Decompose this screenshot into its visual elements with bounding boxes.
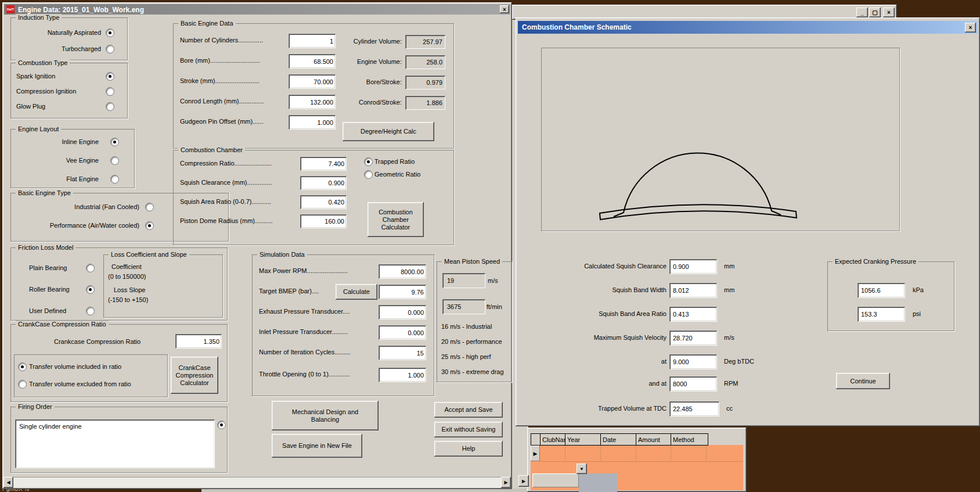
radio-label: Roller Bearing — [29, 286, 70, 293]
piston-dome-radius-input[interactable] — [300, 214, 347, 228]
firing-order-list[interactable]: Single cylinder engine — [15, 419, 215, 468]
field-label: Trapped Volume at TDC — [550, 405, 666, 412]
help-button[interactable]: Help — [434, 441, 503, 457]
squish-clearance-input[interactable] — [300, 176, 347, 190]
radio-transfer-included[interactable] — [18, 362, 27, 371]
squish-area-ratio-input[interactable] — [300, 195, 347, 209]
continue-button[interactable]: Continue — [836, 373, 890, 389]
radio-flat-engine[interactable] — [110, 175, 119, 184]
group-title: Friction Loss Model — [16, 244, 75, 252]
exhaust-transducer-input[interactable] — [379, 305, 426, 319]
table-header-date[interactable]: Date — [600, 433, 638, 446]
engine-window-titlebar[interactable]: Da2T Engine Data: 2015_01_Wob_Work.eng × — [4, 4, 510, 15]
combustion-chamber-calculator-button[interactable]: Combustion Chamber Calculator — [368, 202, 424, 237]
target-bmep-input[interactable] — [379, 285, 426, 299]
radio-turbocharged[interactable] — [106, 45, 114, 53]
row-selector-arrow-icon: ▶ — [534, 451, 538, 457]
close-icon[interactable]: × — [500, 5, 509, 13]
window-title: Combustion Chamber Schematic — [522, 23, 632, 31]
iteration-cycles-input[interactable] — [379, 346, 426, 360]
scroll-down-icon[interactable]: ▼ — [577, 464, 587, 474]
maximize-icon[interactable]: ▢ — [869, 8, 881, 17]
group-title: Engine Layout — [16, 125, 61, 133]
group-title: Simulation Data — [257, 251, 307, 258]
scroll-left-icon[interactable]: ◀ — [3, 477, 13, 488]
field-label: Exhaust Pressure Transducer.... — [259, 308, 350, 315]
radio-user-defined[interactable] — [86, 307, 95, 315]
field-label: Compression Ratio..................... — [180, 160, 272, 167]
radio-glow-plug[interactable] — [106, 102, 114, 111]
radio-label: Vee Engine — [17, 157, 99, 164]
radio-naturally-aspirated[interactable] — [106, 28, 114, 37]
minimize-icon[interactable]: _ — [856, 8, 868, 17]
max-squish-velocity-value[interactable] — [669, 331, 717, 346]
squish-band-area-ratio-value[interactable] — [669, 307, 717, 322]
radio-transfer-excluded[interactable] — [18, 380, 27, 389]
engine-data-window: Da2T Engine Data: 2015_01_Wob_Work.eng ×… — [2, 2, 512, 489]
throttle-opening-input[interactable] — [379, 368, 426, 382]
radio-industrial[interactable] — [145, 203, 154, 211]
inlet-transducer-input[interactable] — [379, 325, 426, 340]
radio-vee-engine[interactable] — [110, 156, 119, 165]
table-header-method[interactable]: Method — [671, 433, 708, 446]
scroll-right-glyph: ▶ — [522, 479, 525, 484]
calculate-button[interactable]: Calculate — [336, 284, 377, 300]
table-row[interactable] — [540, 446, 743, 462]
mechanical-design-button[interactable]: Mechanical Design and Balancing — [272, 401, 379, 430]
table-window: ClubName Year Date Amount Method ▶ ▼ — [527, 428, 747, 492]
piston-speed-ms-value: 19 — [442, 273, 485, 288]
gudgeon-input[interactable] — [289, 115, 336, 130]
degree-height-calc-button[interactable]: Degree/Height Calc — [343, 122, 434, 141]
firing-order-text: Single cylinder engine — [19, 423, 82, 430]
loss-coefficient-label: Coefficient — [111, 263, 142, 270]
radio-trapped-ratio[interactable] — [364, 157, 373, 166]
save-engine-new-file-button[interactable]: Save Engine in New File — [272, 434, 362, 458]
group-title: CrankCase Compression Ratio — [16, 321, 109, 328]
speed-note: 25 m/s - high perf — [441, 353, 491, 360]
radio-label: Inline Engine — [17, 138, 99, 145]
table-header-year[interactable]: Year — [565, 433, 603, 446]
cranking-psi-value[interactable] — [858, 307, 905, 322]
piston-speed-ft-value: 3675 — [442, 299, 485, 314]
squish-velocity-angle-value[interactable] — [669, 354, 717, 369]
radio-compression-ignition[interactable] — [106, 87, 114, 96]
close-icon[interactable]: × — [965, 23, 976, 33]
close-icon[interactable]: × — [883, 8, 895, 17]
compression-ratio-input[interactable] — [300, 157, 347, 171]
radio-spark-ignition[interactable] — [106, 72, 114, 81]
table-header-amount[interactable]: Amount — [636, 433, 673, 446]
schematic-window: Combustion Chamber Schematic × Calculate… — [516, 17, 980, 426]
radio-performance[interactable] — [145, 221, 154, 230]
output-label: Cylinder Volume: — [316, 38, 402, 45]
cranking-kpa-value[interactable] — [858, 283, 905, 298]
radio-geometric-ratio[interactable] — [364, 170, 373, 179]
speed-note: 30 m/s - extreme drag — [441, 368, 504, 375]
exit-without-saving-button[interactable]: Exit without Saving — [434, 422, 503, 437]
radio-inline-engine[interactable] — [110, 138, 119, 146]
field-label: Conrod Length (mm).............. — [180, 98, 264, 105]
scroll-left-glyph: ◀ — [6, 480, 10, 485]
accept-and-save-button[interactable]: Accept and Save — [434, 402, 503, 418]
scroll-right-icon[interactable]: ▶ — [501, 477, 511, 488]
conrod-stroke-value: 1.886 — [405, 96, 445, 110]
crankcase-ratio-label: Crankcase Compression Ratio — [54, 338, 140, 345]
cylinder-volume-value: 257.97 — [405, 35, 445, 49]
calc-squish-clearance-value[interactable] — [669, 259, 717, 274]
background-scroll-right-icon[interactable]: ▶ — [518, 475, 529, 487]
table-row-selector[interactable]: ▶ — [531, 446, 540, 461]
squish-band-width-value[interactable] — [669, 283, 717, 298]
engine-volume-value: 258.0 — [405, 55, 445, 69]
table-header-clubname[interactable]: ClubName — [540, 433, 567, 446]
group-title: Basic Engine Type — [16, 189, 73, 197]
radio-roller-bearing[interactable] — [86, 285, 95, 294]
output-label: Bore/Stroke: — [316, 78, 402, 85]
max-power-rpm-input[interactable] — [379, 264, 426, 279]
crankcase-calculator-button[interactable]: CrankCase Compression Calculator — [171, 357, 218, 394]
schematic-titlebar[interactable]: Combustion Chamber Schematic — [518, 21, 978, 34]
radio-plain-bearing[interactable] — [86, 264, 95, 272]
squish-velocity-rpm-value[interactable] — [669, 376, 717, 392]
horizontal-scrollbar[interactable] — [3, 477, 511, 488]
crankcase-ratio-input[interactable] — [175, 334, 222, 349]
radio-firing-order[interactable] — [217, 421, 226, 429]
trapped-volume-value[interactable] — [669, 401, 719, 416]
